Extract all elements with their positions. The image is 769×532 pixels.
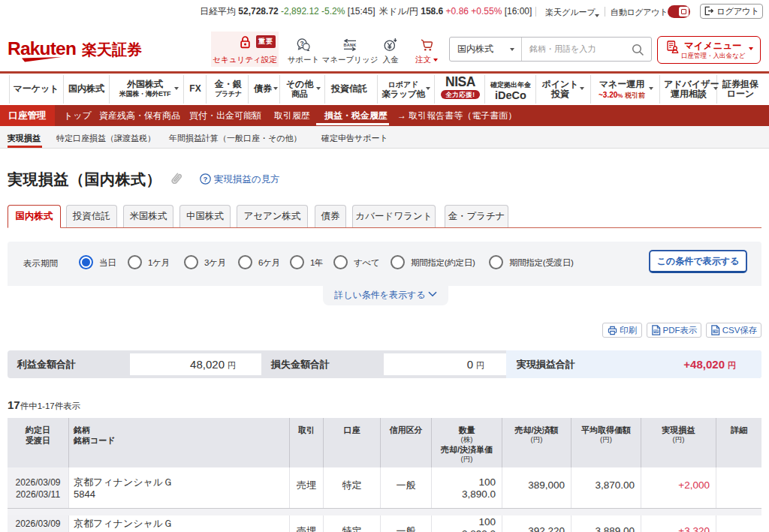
svg-text:BANK: BANK bbox=[343, 43, 356, 47]
svg-text:?: ? bbox=[204, 175, 208, 183]
svg-text:CSV: CSV bbox=[713, 330, 719, 333]
svg-text:PDF: PDF bbox=[653, 330, 659, 333]
